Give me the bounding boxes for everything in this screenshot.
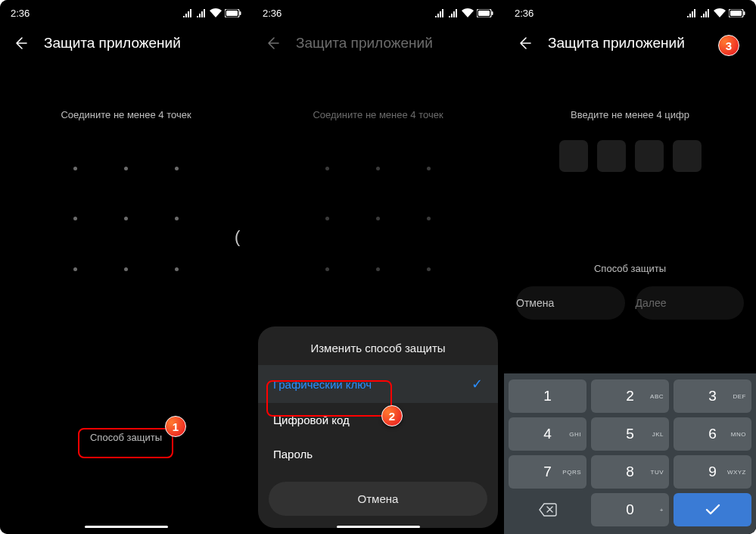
pattern-dot <box>376 267 380 271</box>
signal-icon <box>686 9 697 17</box>
battery-icon <box>225 9 241 17</box>
method-link[interactable]: Способ защиты <box>79 426 173 449</box>
status-bar: 2:36 <box>0 0 252 21</box>
sheet-title: Изменить способ защиты <box>258 340 498 365</box>
status-time: 2:36 <box>263 8 282 19</box>
method-sheet: Изменить способ защиты Графический ключ … <box>258 326 498 528</box>
key-confirm[interactable] <box>674 493 751 526</box>
home-indicator[interactable] <box>337 526 420 528</box>
method-link[interactable]: Способ защиты <box>504 263 756 274</box>
phone-panel-2: 2:36 Защита приложений Соедините не мене… <box>252 0 504 534</box>
pattern-dot[interactable] <box>175 267 179 271</box>
pattern-dot <box>325 167 329 170</box>
header: Защита приложений <box>252 21 504 56</box>
pattern-dot <box>325 217 329 220</box>
cancel-button[interactable]: Отмена <box>269 482 487 516</box>
status-icons <box>686 8 745 17</box>
signal-icon <box>700 9 711 17</box>
pattern-dot <box>427 167 431 170</box>
pin-digit <box>597 140 626 172</box>
option-label: Пароль <box>273 448 313 461</box>
pin-digit <box>673 140 702 172</box>
pattern-dot[interactable] <box>124 167 128 170</box>
pin-input[interactable] <box>504 140 756 172</box>
key-0[interactable]: 0+ <box>591 493 669 526</box>
svg-rect-4 <box>478 11 490 16</box>
step-marker-2: 2 <box>381 405 403 426</box>
option-password[interactable]: Пароль <box>258 437 498 471</box>
back-button[interactable] <box>12 35 29 52</box>
step-marker-3: 3 <box>718 35 739 56</box>
step-marker-1: 1 <box>165 416 186 437</box>
status-icons <box>434 8 493 17</box>
cancel-button[interactable]: Отмена <box>516 286 625 320</box>
backspace-icon <box>539 503 557 517</box>
wifi-icon <box>714 8 726 17</box>
status-time: 2:36 <box>11 8 30 19</box>
option-label: Графический ключ <box>273 378 372 391</box>
signal-icon <box>448 9 459 17</box>
option-pin[interactable]: Цифровой код <box>258 403 498 437</box>
svg-rect-5 <box>492 11 493 15</box>
pattern-dot[interactable] <box>73 167 77 170</box>
signal-icon <box>182 9 193 17</box>
key-backspace[interactable] <box>509 493 586 526</box>
pattern-instruction: Соедините не менее 4 точек <box>252 109 504 120</box>
pattern-instruction: Соедините не менее 4 точек <box>0 109 252 120</box>
option-label: Цифровой код <box>273 414 350 426</box>
arrow-left-icon <box>517 36 532 51</box>
pattern-dot[interactable] <box>73 267 77 271</box>
phone-panel-3: 2:36 Защита приложений Введите не менее … <box>504 0 756 534</box>
battery-icon <box>729 9 745 17</box>
pattern-dot[interactable] <box>175 167 179 170</box>
key-2[interactable]: 2ABC <box>591 379 669 413</box>
key-7[interactable]: 7PQRS <box>509 455 586 489</box>
pattern-dot <box>427 217 431 220</box>
signal-icon <box>434 9 445 17</box>
page-title: Защита приложений <box>548 35 685 52</box>
svg-rect-8 <box>744 11 745 15</box>
header: Защита приложений <box>504 21 756 56</box>
key-6[interactable]: 6MNO <box>674 417 751 451</box>
back-button[interactable] <box>516 35 533 52</box>
svg-rect-1 <box>226 11 238 16</box>
key-9[interactable]: 9WXYZ <box>674 455 751 489</box>
next-button[interactable]: Далее <box>636 286 745 320</box>
pattern-dot <box>376 217 380 220</box>
phone-panel-1: 2:36 Защита приложений Соедините не мене… <box>0 0 252 534</box>
key-8[interactable]: 8TUV <box>591 455 669 489</box>
status-icons <box>182 8 241 17</box>
pattern-dot[interactable] <box>124 267 128 271</box>
key-4[interactable]: 4GHI <box>509 417 586 451</box>
page-title: Защита приложений <box>296 35 433 52</box>
arrow-left-icon <box>13 36 28 51</box>
key-5[interactable]: 5JKL <box>591 417 669 451</box>
header: Защита приложений <box>0 21 252 56</box>
pattern-dot[interactable] <box>175 217 179 220</box>
pin-digit <box>635 140 664 172</box>
status-bar: 2:36 <box>504 0 756 21</box>
pattern-dot[interactable] <box>73 217 77 220</box>
back-button[interactable] <box>264 35 281 52</box>
key-1[interactable]: 1 <box>509 379 586 413</box>
checkmark-icon <box>705 504 720 516</box>
option-pattern[interactable]: Графический ключ ✓ <box>258 365 498 403</box>
wifi-icon <box>462 8 474 17</box>
home-indicator[interactable] <box>85 526 168 528</box>
arrow-left-icon <box>265 36 280 51</box>
battery-icon <box>477 9 493 17</box>
page-title: Защита приложений <box>44 35 181 52</box>
checkmark-icon: ✓ <box>471 376 483 392</box>
pin-instruction: Введите не менее 4 цифр <box>504 109 756 120</box>
signal-icon <box>196 9 207 17</box>
decorative-paren: ( <box>235 227 240 247</box>
pin-digit <box>559 140 588 172</box>
key-3[interactable]: 3DEF <box>674 379 751 413</box>
pattern-grid[interactable] <box>51 143 202 295</box>
pattern-dot[interactable] <box>124 217 128 220</box>
svg-rect-7 <box>730 11 742 16</box>
pattern-dot <box>427 267 431 271</box>
pattern-dot <box>376 167 380 170</box>
svg-rect-2 <box>240 11 241 15</box>
status-bar: 2:36 <box>252 0 504 21</box>
